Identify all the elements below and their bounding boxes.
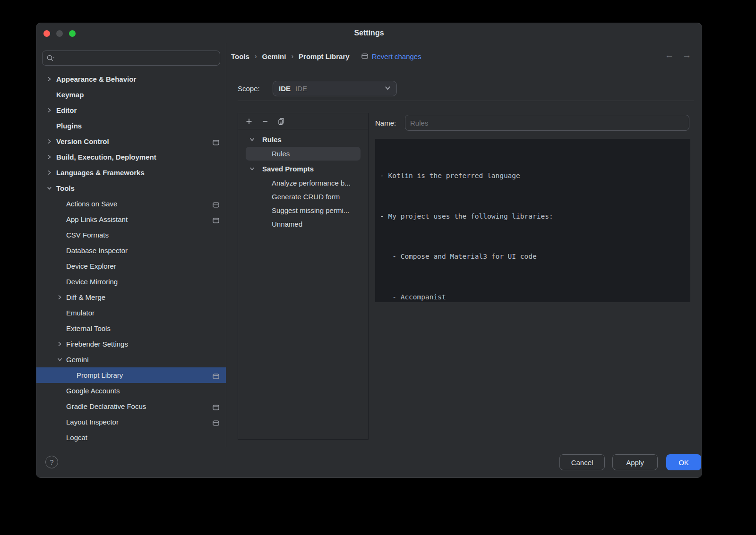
scope-label: Scope: — [238, 85, 260, 93]
sidebar-item-label: Editor — [56, 106, 77, 114]
sidebar-item-label: Firebender Settings — [66, 340, 128, 348]
sidebar-item-external-tools[interactable]: External Tools — [36, 321, 226, 336]
search-icon — [46, 54, 55, 62]
settings-tree: Appearance & Behavior Keymap Editor Plug… — [36, 71, 226, 445]
ok-button[interactable]: OK — [666, 454, 701, 470]
sidebar-item-actions-on-save[interactable]: Actions on Save — [36, 196, 226, 212]
sidebar-item-logcat[interactable]: Logcat — [36, 430, 226, 445]
ide-settings-icon — [213, 373, 219, 381]
tree-group-saved-prompts[interactable]: Saved Prompts — [238, 161, 368, 176]
sidebar-divider — [226, 43, 226, 447]
sidebar-item-label: Actions on Save — [66, 200, 117, 208]
sidebar-item-emulator[interactable]: Emulator — [36, 305, 226, 321]
tree-group-label: Saved Prompts — [262, 165, 314, 173]
prompt-list-panel: Rules Rules Saved Prompts Analyze perfor… — [238, 113, 369, 440]
chevron-right-icon — [47, 154, 52, 160]
ide-settings-icon — [213, 139, 219, 147]
sidebar-item-label: Diff & Merge — [66, 293, 105, 301]
ide-settings-icon — [213, 217, 219, 225]
chevron-down-icon — [385, 85, 391, 93]
breadcrumb-separator: › — [255, 52, 257, 60]
prompt-list-toolbar — [238, 113, 368, 129]
chevron-down-icon — [57, 357, 62, 362]
chevron-down-icon — [47, 186, 52, 191]
sidebar-item-appearance-behavior[interactable]: Appearance & Behavior — [36, 71, 226, 87]
breadcrumb-prompt-library: Prompt Library — [299, 52, 350, 60]
sidebar-item-gradle-declarative-focus[interactable]: Gradle Declarative Focus — [36, 399, 226, 414]
prompt-name-input[interactable] — [405, 115, 689, 131]
sidebar-item-label: Languages & Frameworks — [56, 169, 145, 177]
sidebar-item-firebender-settings[interactable]: Firebender Settings — [36, 336, 226, 352]
sidebar-item-label: CSV Formats — [66, 231, 109, 239]
search-input[interactable] — [58, 54, 216, 62]
sidebar-item-languages-frameworks[interactable]: Languages & Frameworks — [36, 165, 226, 180]
ide-settings-icon — [213, 201, 219, 209]
titlebar: Settings — [36, 23, 702, 43]
sidebar-item-version-control[interactable]: Version Control — [36, 134, 226, 149]
sidebar-item-label: App Links Assistant — [66, 215, 128, 223]
breadcrumb-tools[interactable]: Tools — [231, 52, 249, 60]
editor-line: - Compose and Material3 for UI code — [380, 250, 690, 263]
sidebar-item-label: Layout Inspector — [66, 418, 119, 426]
sidebar-item-label: Logcat — [66, 433, 87, 442]
sidebar-item-device-explorer[interactable]: Device Explorer — [36, 258, 226, 274]
scope-dropdown[interactable]: IDE IDE — [273, 81, 397, 96]
sidebar-item-database-inspector[interactable]: Database Inspector — [36, 243, 226, 258]
window-title: Settings — [36, 29, 702, 37]
sidebar-item-editor[interactable]: Editor — [36, 102, 226, 118]
revert-changes-link[interactable]: Revert changes — [361, 52, 421, 60]
dialog-footer: ? Cancel Apply OK — [36, 446, 702, 477]
sidebar-item-diff-merge[interactable]: Diff & Merge — [36, 289, 226, 305]
sidebar-item-label: Tools — [56, 184, 75, 192]
tree-item-rules[interactable]: Rules — [246, 147, 361, 161]
editor-line: - Accompanist — [380, 290, 690, 303]
breadcrumb: Tools › Gemini › Prompt Library Revert c… — [231, 50, 421, 62]
sidebar-item-csv-formats[interactable]: CSV Formats — [36, 227, 226, 243]
back-arrow-icon[interactable]: ← — [665, 50, 674, 60]
forward-arrow-icon[interactable]: → — [682, 50, 691, 60]
tree-item-generate-crud-form[interactable]: Generate CRUD form — [238, 190, 368, 204]
sidebar-item-keymap[interactable]: Keymap — [36, 87, 226, 102]
sidebar-item-label: Prompt Library — [77, 371, 123, 379]
chevron-right-icon — [47, 170, 52, 175]
ide-settings-icon — [361, 53, 368, 59]
tree-item-unnamed[interactable]: Unnamed — [238, 217, 368, 231]
tree-group-rules[interactable]: Rules — [238, 132, 368, 147]
cancel-button[interactable]: Cancel — [559, 454, 605, 470]
breadcrumb-gemini[interactable]: Gemini — [262, 52, 286, 60]
scope-selected-prefix: IDE — [279, 85, 291, 93]
settings-search-field[interactable] — [42, 51, 220, 66]
sidebar-item-label: Appearance & Behavior — [56, 75, 136, 83]
chevron-down-icon — [249, 166, 255, 171]
ide-settings-icon — [213, 419, 219, 427]
sidebar-item-label: Plugins — [56, 122, 82, 130]
sidebar-item-label: Device Mirroring — [66, 278, 118, 286]
chevron-right-icon — [57, 341, 62, 347]
sidebar-item-label: Build, Execution, Deployment — [56, 153, 156, 161]
sidebar-item-app-links-assistant[interactable]: App Links Assistant — [36, 212, 226, 227]
chevron-right-icon — [47, 139, 52, 144]
remove-prompt-button[interactable] — [259, 115, 271, 127]
apply-button[interactable]: Apply — [612, 454, 658, 470]
prompt-tree: Rules Rules Saved Prompts Analyze perfor… — [238, 129, 368, 231]
tree-group-label: Rules — [262, 136, 282, 144]
header-separator — [238, 101, 694, 101]
help-button[interactable]: ? — [45, 456, 58, 468]
sidebar-item-google-accounts[interactable]: Google Accounts — [36, 383, 226, 399]
sidebar-item-tools[interactable]: Tools — [36, 180, 226, 196]
sidebar-item-build-execution-deployment[interactable]: Build, Execution, Deployment — [36, 149, 226, 165]
tree-item-suggest-missing-permissions[interactable]: Suggest missing permi... — [238, 204, 368, 217]
sidebar-item-gemini[interactable]: Gemini — [36, 352, 226, 367]
name-label: Name: — [375, 119, 396, 127]
sidebar-item-layout-inspector[interactable]: Layout Inspector — [36, 414, 226, 430]
editor-line: - Kotlin is the preferred language — [380, 169, 690, 183]
chevron-right-icon — [57, 295, 62, 300]
prompt-text-editor[interactable]: - Kotlin is the preferred language - My … — [375, 139, 690, 302]
tree-item-analyze-performance[interactable]: Analyze performance b... — [238, 176, 368, 190]
sidebar-item-prompt-library[interactable]: Prompt Library — [36, 367, 226, 383]
sidebar-item-plugins[interactable]: Plugins — [36, 118, 226, 134]
add-prompt-button[interactable] — [243, 115, 255, 127]
sidebar-item-device-mirroring[interactable]: Device Mirroring — [36, 274, 226, 289]
settings-sidebar: Appearance & Behavior Keymap Editor Plug… — [36, 43, 226, 447]
copy-prompt-button[interactable] — [275, 115, 287, 127]
